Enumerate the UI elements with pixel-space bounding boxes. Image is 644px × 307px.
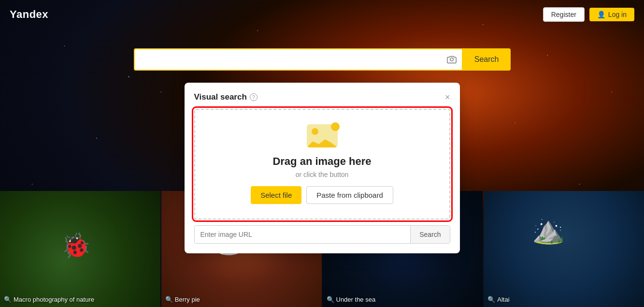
select-file-button[interactable]: Select file: [251, 186, 301, 204]
image-icon-sun: [312, 128, 318, 135]
image-upload-icon: [307, 124, 338, 149]
image-icon-corner: [331, 122, 340, 131]
url-input[interactable]: [195, 226, 411, 243]
modal-title-wrap: Visual search ?: [194, 92, 258, 102]
modal-title: Visual search: [194, 92, 247, 102]
url-input-area: Search: [194, 225, 450, 244]
help-icon[interactable]: ?: [250, 93, 258, 101]
or-click-text: or click the button: [296, 171, 349, 178]
modal-backdrop: Visual search ? × Drag an image here or …: [0, 0, 644, 307]
modal-header: Visual search ? ×: [194, 92, 450, 102]
drop-buttons: Select file Paste from clipboard: [251, 186, 393, 204]
paste-clipboard-button[interactable]: Paste from clipboard: [306, 186, 393, 204]
drop-zone[interactable]: Drag an image here or click the button S…: [194, 109, 450, 219]
visual-search-modal: Visual search ? × Drag an image here or …: [185, 83, 460, 253]
drag-text: Drag an image here: [272, 155, 371, 168]
url-search-button[interactable]: Search: [410, 226, 449, 243]
close-button[interactable]: ×: [445, 93, 450, 102]
image-icon-mountain: [307, 134, 338, 147]
